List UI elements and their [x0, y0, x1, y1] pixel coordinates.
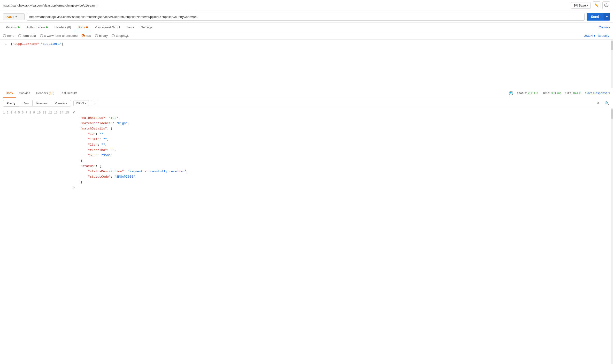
- option-binary[interactable]: binary: [95, 34, 108, 38]
- send-button[interactable]: Send ▾: [587, 13, 610, 21]
- save-label: Save: [579, 4, 586, 7]
- response-tab-body-label: Body: [6, 91, 13, 95]
- save-response-label: Save Response: [585, 91, 607, 95]
- authorization-dot: [46, 26, 48, 28]
- scrollbar-thumb: [611, 41, 613, 50]
- option-urlencoded[interactable]: x-www-form-urlencoded: [40, 34, 78, 38]
- option-graphql[interactable]: GraphQL: [112, 34, 129, 38]
- tab-headers[interactable]: Headers (8): [52, 24, 74, 31]
- comment-icon: 💬: [604, 3, 608, 7]
- radio-binary: [95, 34, 98, 37]
- json-label: JSON: [584, 34, 593, 38]
- option-form-data-label: form-data: [23, 34, 36, 38]
- save-response-chevron-icon: ▾: [608, 91, 610, 95]
- response-json-chevron-icon: ▾: [85, 101, 87, 105]
- response-tab-headers[interactable]: Headers (18): [33, 89, 57, 97]
- radio-raw: [82, 34, 85, 37]
- method-select[interactable]: POST ▾: [3, 13, 25, 20]
- edit-button[interactable]: ✏️: [593, 1, 600, 9]
- tab-tests-label: Tests: [127, 26, 134, 29]
- option-binary-label: binary: [99, 34, 108, 38]
- option-none[interactable]: none: [3, 34, 14, 38]
- view-tab-preview[interactable]: Preview: [33, 100, 51, 106]
- resp-scrollbar-thumb: [611, 109, 613, 119]
- top-bar-actions: 💾 Save ▾ ✏️ 💬: [571, 1, 610, 9]
- response-code-area[interactable]: 1 2 3 4 5 6 7 8 9 10 11 12 13 14 15 { "m…: [0, 108, 613, 364]
- json-type-selector[interactable]: JSON ▾: [584, 34, 595, 38]
- tab-prerequest-label: Pre-request Script: [95, 26, 120, 29]
- option-raw-label: raw: [86, 34, 91, 38]
- tab-authorization[interactable]: Authorization: [24, 24, 51, 31]
- response-tab-testresults[interactable]: Test Results: [57, 89, 80, 97]
- response-tab-body[interactable]: Body: [3, 89, 16, 97]
- comment-button[interactable]: 💬: [602, 1, 610, 9]
- view-tabs-right: ⧉ 🔍: [595, 100, 610, 106]
- save-response-button[interactable]: Save Response ▾: [585, 91, 610, 95]
- search-icon: 🔍: [605, 101, 609, 105]
- filter-icon[interactable]: ☰: [91, 100, 98, 106]
- radio-none: [3, 34, 6, 37]
- radio-graphql: [112, 34, 115, 37]
- tab-settings[interactable]: Settings: [138, 24, 155, 31]
- body-options-bar: none form-data x-www-form-urlencoded raw…: [0, 32, 613, 40]
- time-text: Time: 301 ms: [542, 91, 561, 95]
- send-label: Send: [587, 13, 604, 21]
- send-chevron-icon: ▾: [604, 13, 610, 20]
- tab-body-label: Body: [78, 26, 85, 29]
- body-dot: [86, 26, 88, 28]
- response-tab-cookies[interactable]: Cookies: [16, 89, 33, 97]
- response-meta: 🌐 Status: 200 OK Time: 301 ms Size: 844 …: [509, 91, 610, 95]
- save-chevron-icon: ▾: [587, 4, 588, 7]
- view-tab-visualize[interactable]: Visualize: [51, 100, 71, 106]
- view-tab-pretty[interactable]: Pretty: [3, 100, 19, 106]
- tab-params-label: Params: [6, 26, 17, 29]
- tab-settings-label: Settings: [141, 26, 152, 29]
- view-tabs: Pretty Raw Preview Visualize JSON ▾ ☰ ⧉ …: [0, 98, 613, 108]
- option-raw[interactable]: raw: [82, 34, 91, 38]
- tab-tests[interactable]: Tests: [124, 24, 137, 31]
- resp-code-content: { "matchStatus": "Yes", "matchConfidence…: [71, 108, 611, 364]
- response-tab-testresults-label: Test Results: [60, 91, 77, 95]
- beautify-button[interactable]: Beautify: [597, 34, 610, 38]
- save-icon: 💾: [574, 4, 578, 7]
- top-bar-url: https://sandbox.api.visa.com/visasupplie…: [3, 4, 97, 7]
- tab-params[interactable]: Params: [3, 24, 23, 31]
- radio-form-data: [18, 34, 21, 37]
- response-json-selector[interactable]: JSON ▾: [73, 100, 89, 106]
- search-button[interactable]: 🔍: [603, 100, 610, 106]
- scrollbar[interactable]: [611, 40, 613, 88]
- params-dot: [18, 26, 20, 28]
- json-chevron-icon: ▾: [594, 34, 595, 38]
- response-section: Body Cookies Headers (18) Test Results 🌐…: [0, 88, 613, 364]
- size-text: Size: 844 B: [565, 91, 582, 95]
- response-tab-headers-label: Headers (18): [36, 91, 54, 95]
- tab-headers-label: Headers (8): [54, 26, 71, 29]
- url-input[interactable]: [27, 13, 585, 21]
- response-tabs-bar: Body Cookies Headers (18) Test Results 🌐…: [0, 88, 613, 98]
- request-body-editor[interactable]: 1 {"supplierName":"supplier1"}: [0, 40, 613, 88]
- option-none-label: none: [7, 34, 14, 38]
- top-bar: https://sandbox.api.visa.com/visasupplie…: [0, 0, 613, 11]
- url-bar: POST ▾ Send ▾: [0, 11, 613, 23]
- request-tabs: Params Authorization Headers (8) Body Pr…: [0, 23, 613, 32]
- status-text: Status: 200 OK: [517, 91, 538, 95]
- copy-button[interactable]: ⧉: [595, 100, 601, 106]
- resp-line-numbers: 1 2 3 4 5 6 7 8 9 10 11 12 13 14 15: [0, 108, 71, 364]
- method-chevron-icon: ▾: [15, 15, 17, 18]
- save-button[interactable]: 💾 Save ▾: [571, 2, 591, 9]
- resp-scrollbar[interactable]: [611, 108, 613, 364]
- tab-prerequest[interactable]: Pre-request Script: [92, 24, 123, 31]
- tab-authorization-label: Authorization: [26, 26, 45, 29]
- option-urlencoded-label: x-www-form-urlencoded: [44, 34, 78, 38]
- body-options-right: JSON ▾ Beautify: [584, 34, 610, 38]
- tab-body[interactable]: Body: [75, 24, 91, 31]
- option-form-data[interactable]: form-data: [18, 34, 36, 38]
- method-label: POST: [6, 15, 14, 19]
- response-tab-cookies-label: Cookies: [19, 91, 30, 95]
- radio-urlencoded: [40, 34, 43, 37]
- view-tab-raw[interactable]: Raw: [19, 100, 33, 106]
- globe-icon: 🌐: [509, 91, 513, 95]
- response-json-label: JSON: [76, 101, 84, 105]
- cookies-link[interactable]: Cookies: [599, 26, 610, 29]
- request-code-content[interactable]: {"supplierName":"supplier1"}: [9, 40, 611, 88]
